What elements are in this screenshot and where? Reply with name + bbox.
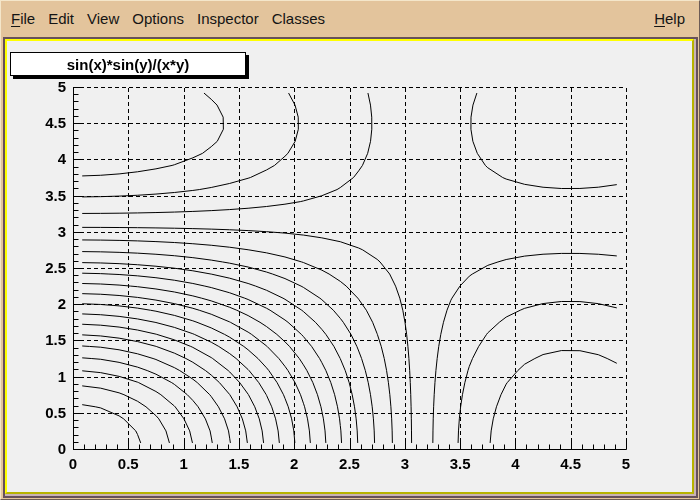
menu-item-inspector[interactable]: Inspector: [197, 10, 259, 27]
y-tick-label: 2: [7, 295, 66, 312]
contour-plot[interactable]: [7, 41, 691, 492]
canvas-area: sin(x)*sin(y)/(x*y) 00.511.522.533.544.5…: [3, 37, 698, 498]
menu-item-options[interactable]: Options: [132, 10, 184, 27]
y-tick-label: 0: [7, 440, 66, 457]
menu-bar: FileEditViewOptionsInspectorClassesHelp: [1, 1, 699, 35]
x-tick-label: 3.5: [438, 455, 482, 472]
canvas-content: sin(x)*sin(y)/(x*y) 00.511.522.533.544.5…: [7, 41, 692, 492]
x-tick-label: 2: [272, 455, 316, 472]
x-tick-label: 1: [162, 455, 206, 472]
y-tick-label: 2.5: [7, 259, 66, 276]
plot-title-box[interactable]: sin(x)*sin(y)/(x*y): [10, 52, 246, 76]
x-tick-label: 4: [493, 455, 537, 472]
x-tick-label: 3: [383, 455, 427, 472]
x-tick-label: 5: [604, 455, 648, 472]
x-tick-label: 2.5: [328, 455, 372, 472]
y-tick-label: 3.5: [7, 187, 66, 204]
menu-item-help[interactable]: Help: [654, 10, 685, 27]
y-tick-label: 4: [7, 150, 66, 167]
menu-item-classes[interactable]: Classes: [272, 10, 325, 27]
menu-item-edit[interactable]: Edit: [48, 10, 74, 27]
menu-item-view[interactable]: View: [87, 10, 119, 27]
root-canvas-window: FileEditViewOptionsInspectorClassesHelp …: [0, 0, 700, 500]
plot-title: sin(x)*sin(y)/(x*y): [67, 56, 190, 73]
x-tick-label: 4.5: [549, 455, 593, 472]
y-tick-label: 4.5: [7, 114, 66, 131]
y-tick-label: 0.5: [7, 404, 66, 421]
x-tick-label: 0.5: [106, 455, 150, 472]
y-tick-label: 1.5: [7, 331, 66, 348]
y-tick-label: 3: [7, 223, 66, 240]
canvas-bevel: sin(x)*sin(y)/(x*y) 00.511.522.533.544.5…: [5, 39, 694, 494]
menu-item-file[interactable]: File: [11, 10, 35, 27]
x-tick-label: 1.5: [217, 455, 261, 472]
y-tick-label: 1: [7, 368, 66, 385]
canvas-outer-frame: sin(x)*sin(y)/(x*y) 00.511.522.533.544.5…: [5, 39, 696, 496]
y-tick-label: 5: [7, 78, 66, 95]
x-tick-label: 0: [51, 455, 95, 472]
